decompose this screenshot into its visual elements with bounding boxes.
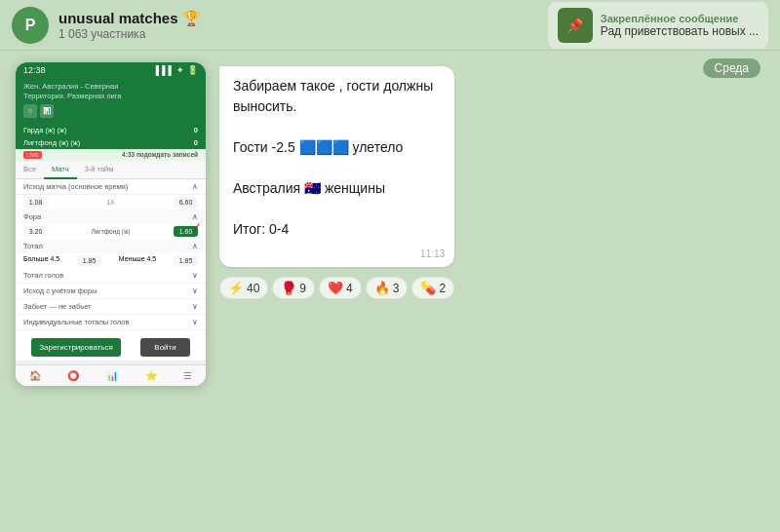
- bottom-nav: 🏠 ⭕ 📊 ⭐ ☰: [16, 364, 206, 386]
- reaction-count-lightning: 40: [247, 282, 259, 295]
- individual-row: Индивидуальные тоталы голов ∨: [16, 315, 206, 330]
- total-under-odds[interactable]: 1.85: [174, 255, 198, 266]
- fora-row: 3.20 Лигтфонд (ж) 1.60 ✓: [16, 224, 206, 239]
- fora-odds-1[interactable]: 3.20: [23, 226, 48, 237]
- outcome-section-label: Исход матча (основное время) ∧: [16, 179, 206, 195]
- chat-area: 12:38 ▌▌▌ ✦ 🔋 Жен. Австралия - Северная …: [0, 51, 780, 532]
- reaction-count-glove: 9: [299, 282, 306, 295]
- outcome-fora-row: Исход с учётом форы ∨: [16, 284, 206, 299]
- tab-period[interactable]: 3-й тайм: [77, 161, 122, 178]
- match-icons: ☆ 📊: [23, 104, 198, 118]
- channel-name[interactable]: unusual matches 🏆: [58, 10, 201, 27]
- reaction-heart[interactable]: ❤️ 4: [319, 277, 362, 299]
- reaction-glove[interactable]: 🥊 9: [272, 277, 315, 299]
- register-btn[interactable]: Зарегистрироваться: [31, 338, 121, 357]
- phone-screenshot: 12:38 ▌▌▌ ✦ 🔋 Жен. Австралия - Северная …: [16, 62, 206, 386]
- message-text: Забираем такое , гости должны выносить. …: [233, 76, 441, 240]
- nav-live[interactable]: ⭕: [67, 370, 79, 381]
- login-btn[interactable]: Войти: [140, 338, 190, 357]
- pinned-message[interactable]: 📌 Закреплённое сообщение Рад приветствов…: [548, 2, 768, 49]
- pinned-icon: 📌: [558, 8, 593, 43]
- message-time: 11:13: [420, 248, 445, 259]
- message-container: Забираем такое , гости должны выносить. …: [219, 66, 454, 299]
- pill-icon: 💊: [420, 281, 436, 295]
- reactions-bar: ⚡ 40 🥊 9 ❤️ 4 🔥 3 💊 2: [219, 277, 454, 299]
- reaction-count-fire: 3: [393, 282, 400, 295]
- phone-tabs: Все Матч 3-й тайм: [16, 161, 206, 179]
- live-badge: LIVE: [23, 151, 42, 159]
- live-row: LIVE 4:33 подождать записей: [16, 149, 206, 161]
- reaction-pill[interactable]: 💊 2: [411, 277, 454, 299]
- total-goals-row: Тотал голов ∨: [16, 268, 206, 284]
- trophy-icon: 🏆: [182, 10, 201, 27]
- tab-match[interactable]: Матч: [44, 161, 77, 179]
- totals-row: Больше 4.5 1.85 Меньше 4.5 1.85: [16, 253, 206, 268]
- lightning-icon: ⚡: [228, 281, 244, 295]
- reaction-lightning[interactable]: ⚡ 40: [219, 277, 268, 299]
- score-row-1: Гарда (ж) (ж) 0: [16, 124, 206, 136]
- phone-header: Жен. Австралия - Северная Территория. Ра…: [16, 78, 206, 124]
- odds-2[interactable]: 6.60: [174, 197, 198, 208]
- header: P unusual matches 🏆 1 063 участника 📌 За…: [0, 0, 780, 51]
- reaction-fire[interactable]: 🔥 3: [366, 277, 409, 299]
- total-over-odds[interactable]: 1.85: [77, 255, 101, 266]
- nav-home[interactable]: 🏠: [29, 370, 41, 381]
- checkmark-icon: ✓: [194, 222, 201, 231]
- header-left: P unusual matches 🏆 1 063 участника: [12, 7, 201, 44]
- glove-icon: 🥊: [281, 281, 296, 295]
- heart-icon: ❤️: [328, 281, 343, 295]
- channel-members: 1 063 участника: [58, 27, 201, 41]
- outcome-row: 1.08 1X 6.60: [16, 195, 206, 209]
- score-fora-row: Забьет — не забьет ∨: [16, 299, 206, 315]
- tab-all[interactable]: Все: [16, 161, 44, 178]
- betting-section: Исход матча (основное время) ∧ 1.08 1X 6…: [16, 179, 206, 361]
- nav-stats[interactable]: 📊: [106, 370, 118, 381]
- total-header: Тотал ∧: [16, 239, 206, 253]
- nav-menu[interactable]: ☰: [183, 370, 192, 381]
- match-title: Жен. Австралия - Северная Территория. Ра…: [23, 82, 198, 101]
- nav-favorites[interactable]: ⭐: [145, 370, 157, 381]
- fire-icon: 🔥: [374, 281, 390, 295]
- reaction-count-pill: 2: [439, 282, 446, 295]
- score-row-2: Лигтфонд (ж) (ж) 0: [16, 136, 206, 149]
- odds-1[interactable]: 1.08: [23, 197, 48, 208]
- channel-info: unusual matches 🏆 1 063 участника: [58, 10, 201, 41]
- header-right: 📌 Закреплённое сообщение Рад приветствов…: [548, 2, 768, 49]
- pinned-info: Закреплённое сообщение Рад приветствоват…: [601, 13, 759, 38]
- reaction-count-heart: 4: [346, 282, 353, 295]
- channel-avatar: P: [12, 7, 49, 44]
- day-label: Среда: [703, 58, 760, 78]
- fora-odds-2[interactable]: 1.60 ✓: [174, 226, 198, 237]
- fora-header: Фора ∧: [16, 209, 206, 224]
- pinned-label: Закреплённое сообщение: [601, 13, 759, 24]
- action-buttons: Зарегистрироваться Войти: [23, 334, 198, 361]
- pinned-text: Рад приветствовать новых ...: [601, 24, 759, 38]
- app-container: P unusual matches 🏆 1 063 участника 📌 За…: [0, 0, 780, 532]
- status-bar: 12:38 ▌▌▌ ✦ 🔋: [16, 62, 206, 78]
- message-bubble: Забираем такое , гости должны выносить. …: [219, 66, 454, 267]
